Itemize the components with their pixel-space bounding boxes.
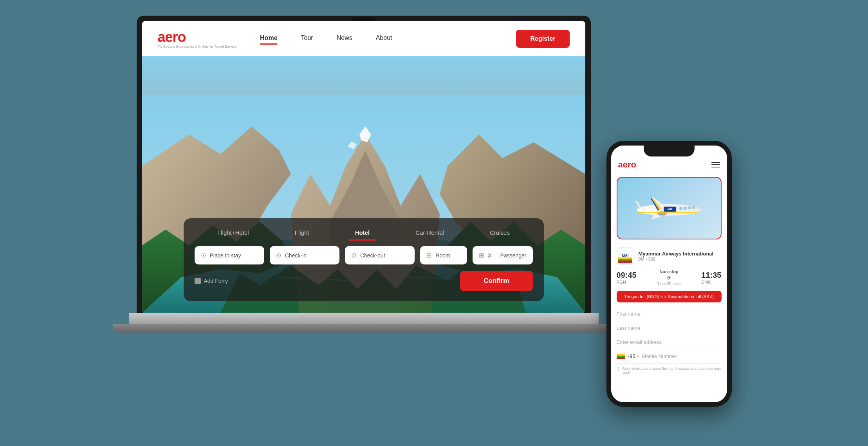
phone-logo: aero: [618, 160, 636, 170]
place-to-stay-field[interactable]: ⊙ Place to stay: [195, 246, 264, 264]
phone-notch: [644, 146, 695, 156]
check-in-field[interactable]: ⊙ Check-in: [270, 246, 339, 264]
passenger-icon: ⊞: [479, 252, 484, 259]
line-right: [673, 278, 698, 278]
hamburger-menu[interactable]: [711, 162, 720, 167]
nav-home[interactable]: Home: [260, 34, 277, 43]
nav-about[interactable]: About: [376, 34, 392, 43]
location-icon: ⊙: [201, 252, 206, 259]
flight-duration: 1 hrs 20 mins: [657, 282, 680, 286]
phone-number-row: +95 ▾: [617, 349, 722, 363]
search-bottom: Add Ferry Confirm: [195, 271, 533, 291]
hamburger-line-2: [711, 164, 720, 165]
confirm-button[interactable]: Confirm: [460, 271, 532, 291]
airline-info: MAI Myanmar Airways International 8M - 3…: [611, 243, 727, 268]
info-icon: ⓘ: [617, 367, 620, 372]
phone-screen: aero: [611, 146, 727, 402]
svg-text:MAI: MAI: [667, 208, 672, 210]
phone-form: +95 ▾ ⓘ Receive text alerts about this t…: [611, 304, 727, 379]
airline-details: Myanmar Airways International 8M - 360: [639, 251, 714, 261]
tab-car-rental[interactable]: Car-Rental: [409, 226, 450, 239]
flight-type: Non-stop: [659, 269, 678, 274]
airline-code: 8M - 360: [639, 257, 714, 261]
svg-point-23: [692, 206, 695, 209]
flight-image-card: MAI: [617, 177, 722, 239]
departure-airport: RGN: [617, 280, 637, 284]
plane-direction-icon: ✈: [667, 275, 671, 281]
sms-notice: ⓘ Receive text alerts about this trip. M…: [617, 363, 722, 376]
search-panel: Flight+Hotel Flight Hotel Car-Rental Cru…: [184, 218, 544, 301]
nav-news[interactable]: News: [337, 34, 352, 43]
flight-middle: Non-stop ✈ 1 hrs 20 mins: [640, 269, 698, 286]
mobile-number-input[interactable]: [642, 352, 722, 361]
passenger-field[interactable]: ⊞ 3 Passenger: [473, 246, 533, 264]
tab-hotel[interactable]: Hotel: [349, 226, 376, 239]
check-out-field[interactable]: ⊙ Check-out: [345, 246, 415, 264]
svg-point-24: [679, 207, 682, 210]
search-inputs: ⊙ Place to stay ⊙ Check-in ⊙ Check-out: [195, 246, 533, 264]
airplane-illustration: MAI: [630, 189, 708, 228]
add-ferry-checkbox[interactable]: Add Ferry: [195, 278, 228, 284]
checkin-icon: ⊙: [276, 252, 281, 259]
email-input[interactable]: [617, 335, 722, 349]
country-select[interactable]: +95 ▾: [617, 353, 639, 359]
flag-myanmar: [617, 354, 625, 359]
sms-notice-text: Receive text alerts about this trip. Mes…: [623, 367, 722, 374]
hamburger-line-3: [711, 167, 720, 167]
arrival-airport: DMK: [701, 280, 721, 284]
hero-section: Flight+Hotel Flight Hotel Car-Rental Cru…: [142, 56, 585, 313]
passenger-count: 3: [488, 252, 491, 259]
line-left: [640, 278, 665, 278]
laptop-foot: [113, 324, 614, 333]
register-button[interactable]: Register: [516, 30, 569, 48]
svg-rect-27: [638, 212, 698, 213]
airline-name: Myanmar Airways International: [639, 251, 714, 257]
hero-background: Flight+Hotel Flight Hotel Car-Rental Cru…: [142, 56, 585, 313]
svg-point-22: [688, 206, 691, 209]
logo-subtitle: Fly Beyond Boundaries with Our Air Trave…: [158, 45, 237, 49]
arrival-time: 11:35: [701, 271, 721, 280]
country-code: +95: [627, 353, 635, 359]
checkbox-icon: [195, 278, 201, 284]
departure-time: 09:45: [617, 271, 637, 280]
place-to-stay-label: Place to stay: [210, 252, 241, 259]
flight-times: 09:45 RGN Non-stop ✈ 1 hrs 20 mins 11:35…: [611, 268, 727, 289]
svg-rect-29: [618, 257, 632, 259]
phone-device: aero: [606, 141, 732, 407]
chevron-down-icon: ▾: [637, 354, 639, 358]
nav-tour[interactable]: Tour: [301, 34, 313, 43]
room-field[interactable]: ⊟ Room: [420, 246, 467, 264]
hamburger-line-1: [711, 162, 720, 163]
tab-flight-hotel[interactable]: Flight+Hotel: [211, 226, 255, 239]
svg-point-21: [684, 207, 686, 209]
tab-cruises[interactable]: Cruises: [484, 226, 516, 239]
first-name-input[interactable]: [617, 307, 722, 321]
route-badge: Yangon Intl (RNG) < > Suvanabhumi Intl (…: [617, 291, 722, 302]
logo-area: aero Fly Beyond Boundaries with Our Air …: [158, 29, 237, 49]
svg-rect-30: [618, 259, 632, 261]
laptop-logo: aero: [158, 29, 237, 45]
flight-line: ✈: [640, 275, 698, 281]
passenger-label: Passenger: [500, 252, 527, 259]
svg-rect-31: [618, 261, 632, 263]
room-icon: ⊟: [426, 252, 431, 259]
arrival-block: 11:35 DMK: [701, 271, 721, 284]
laptop-base: [129, 313, 599, 324]
search-tabs: Flight+Hotel Flight Hotel Car-Rental Cru…: [195, 226, 533, 239]
add-ferry-label: Add Ferry: [204, 278, 228, 284]
navbar: aero Fly Beyond Boundaries with Our Air …: [142, 21, 585, 56]
checkout-icon: ⊙: [351, 252, 356, 259]
laptop-notch: [352, 17, 375, 21]
airline-logo: MAI: [617, 247, 634, 264]
svg-text:MAI: MAI: [622, 254, 628, 257]
nav-links: Home Tour News About: [260, 34, 516, 43]
room-label: Room: [435, 252, 450, 259]
last-name-input[interactable]: [617, 321, 722, 335]
tab-flight[interactable]: Flight: [289, 226, 316, 239]
departure-block: 09:45 RGN: [617, 271, 637, 284]
check-out-label: Check-out: [360, 252, 385, 259]
check-in-label: Check-in: [285, 252, 307, 259]
